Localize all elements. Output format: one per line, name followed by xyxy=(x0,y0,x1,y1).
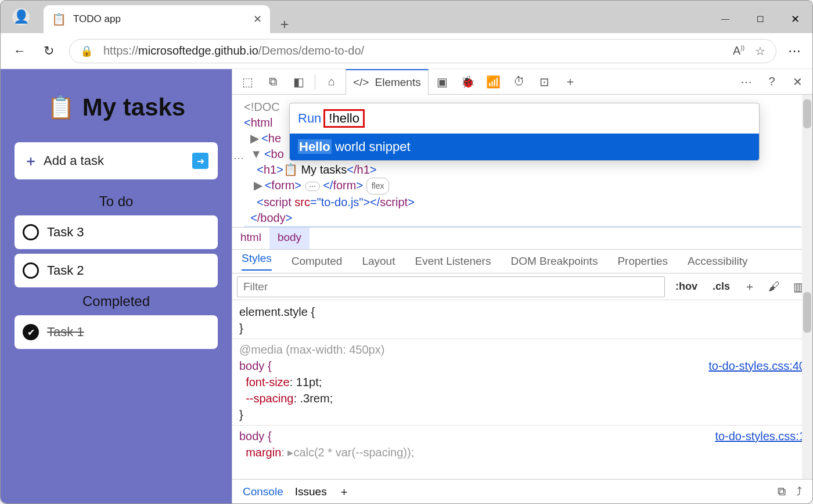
command-input[interactable]: !hello xyxy=(323,109,365,128)
performance-icon[interactable]: ⏱ xyxy=(508,75,531,88)
tab-elements[interactable]: </>Elements xyxy=(346,69,429,95)
console-icon[interactable]: ▣ xyxy=(431,75,454,89)
more-tabs-button[interactable]: ＋ xyxy=(559,74,582,89)
run-label: Run xyxy=(298,111,321,126)
circle-icon[interactable] xyxy=(23,224,39,240)
gutter-menu-icon[interactable]: ⋯ xyxy=(233,150,244,166)
styles-pane[interactable]: element.style { } @media (max-width: 450… xyxy=(232,300,812,479)
heading: My tasks xyxy=(82,93,185,121)
command-suggestion[interactable]: Hello world snippet xyxy=(290,134,759,160)
breadcrumb[interactable]: html body xyxy=(232,227,812,249)
paint-icon[interactable]: 🖌 xyxy=(765,280,783,293)
drawer: Console Issues ＋ ⧉⤴ xyxy=(232,479,812,503)
memory-icon[interactable]: ⊡ xyxy=(533,75,556,89)
crumb-html[interactable]: html xyxy=(232,228,269,249)
expand-drawer-icon[interactable]: ⤴ xyxy=(796,485,802,498)
circle-icon[interactable] xyxy=(23,262,39,279)
styles-filter-row: :hov .cls ＋ 🖌 ▥ xyxy=(232,273,812,300)
styles-filter-input[interactable] xyxy=(237,276,665,297)
hov-toggle[interactable]: :hov xyxy=(671,280,702,293)
tab-dom-breakpoints[interactable]: DOM Breakpoints xyxy=(510,255,598,268)
close-icon[interactable]: ✕ xyxy=(253,13,262,26)
url-text: https://microsoftedge.github.io/Demos/de… xyxy=(103,44,722,57)
task-item[interactable]: Task 3 xyxy=(15,215,218,249)
section-todo: To do xyxy=(8,193,225,210)
tab-event-listeners[interactable]: Event Listeners xyxy=(415,255,491,268)
new-tab-button[interactable]: ＋ xyxy=(270,15,299,33)
new-rule-icon[interactable]: ＋ xyxy=(740,279,759,294)
dock-icon[interactable]: ◧ xyxy=(287,75,310,89)
devtools-tabs: ⬚ ⧉ ◧ ⌂ </>Elements ▣ 🐞 📶 ⏱ ⊡ ＋ ⋯ ? ✕ xyxy=(232,69,812,95)
add-task-input[interactable]: ＋ Add a task ➜ xyxy=(15,142,218,179)
tab-properties[interactable]: Properties xyxy=(617,255,668,268)
close-window-button[interactable]: ✕ xyxy=(778,5,812,33)
tab-title: TODO app xyxy=(73,13,246,25)
tab-layout[interactable]: Layout xyxy=(362,255,395,268)
maximize-button[interactable]: ☐ xyxy=(743,5,778,33)
errors-icon[interactable]: ⧉ xyxy=(778,485,786,498)
source-link[interactable]: to-do-styles.css:40 xyxy=(708,358,805,374)
device-icon[interactable]: ⧉ xyxy=(261,75,285,88)
back-button[interactable]: ← xyxy=(11,44,28,59)
tab-computed[interactable]: Computed xyxy=(292,255,343,268)
read-aloud-icon[interactable]: A)) xyxy=(733,44,744,57)
drawer-console[interactable]: Console xyxy=(243,485,283,498)
address-bar[interactable]: 🔒 https://microsoftedge.github.io/Demos/… xyxy=(69,39,776,63)
drawer-issues[interactable]: Issues xyxy=(295,485,327,498)
browser-window: 👤 📋 TODO app ✕ ＋ — ☐ ✕ ← ↻ 🔒 https://mic… xyxy=(0,0,813,504)
close-devtools-button[interactable]: ✕ xyxy=(786,75,809,89)
titlebar: 👤 📋 TODO app ✕ ＋ — ☐ ✕ xyxy=(1,1,812,33)
clipboard-icon: 📋 xyxy=(52,12,66,26)
menu-button[interactable]: ⋯ xyxy=(788,44,802,59)
styles-tabs: Styles Computed Layout Event Listeners D… xyxy=(232,249,812,273)
inspect-icon[interactable]: ⬚ xyxy=(236,75,259,89)
task-item[interactable]: Task 2 xyxy=(15,254,218,287)
favorite-icon[interactable]: ☆ xyxy=(755,44,765,58)
source-link[interactable]: to-do-styles.css:1 xyxy=(715,428,805,444)
network-icon[interactable]: 📶 xyxy=(482,75,505,89)
tab-styles[interactable]: Styles xyxy=(242,252,272,271)
scrollbar[interactable] xyxy=(802,95,812,479)
cls-toggle[interactable]: .cls xyxy=(708,280,735,293)
drawer-add-icon[interactable]: ＋ xyxy=(339,484,350,499)
section-completed: Completed xyxy=(8,293,225,309)
task-item[interactable]: ✔Task 1 xyxy=(15,315,218,349)
lock-icon: 🔒 xyxy=(80,45,93,57)
help-icon[interactable]: ? xyxy=(760,75,783,89)
check-icon[interactable]: ✔ xyxy=(23,324,39,340)
minimize-button[interactable]: — xyxy=(708,5,743,33)
clipboard-icon: 📋 xyxy=(47,95,74,120)
avatar-icon: 👤 xyxy=(12,8,30,26)
more-icon[interactable]: ⋯ xyxy=(735,75,758,89)
profile-button[interactable]: 👤 xyxy=(1,1,41,33)
bug-icon[interactable]: 🐞 xyxy=(456,75,480,89)
browser-tab[interactable]: 📋 TODO app ✕ xyxy=(44,5,270,33)
welcome-icon[interactable]: ⌂ xyxy=(320,75,343,88)
crumb-body[interactable]: body xyxy=(269,228,310,249)
command-menu: Run !hello Hello world snippet xyxy=(289,103,760,161)
webpage: 📋 My tasks ＋ Add a task ➜ To do Task 3 T… xyxy=(1,69,232,503)
submit-icon[interactable]: ➜ xyxy=(192,153,208,169)
refresh-button[interactable]: ↻ xyxy=(40,44,57,59)
add-task-label: Add a task xyxy=(44,153,192,168)
page-title: 📋 My tasks xyxy=(8,76,225,139)
tab-accessibility[interactable]: Accessibility xyxy=(688,255,747,268)
plus-icon: ＋ xyxy=(24,152,38,170)
toolbar: ← ↻ 🔒 https://microsoftedge.github.io/De… xyxy=(1,33,812,69)
